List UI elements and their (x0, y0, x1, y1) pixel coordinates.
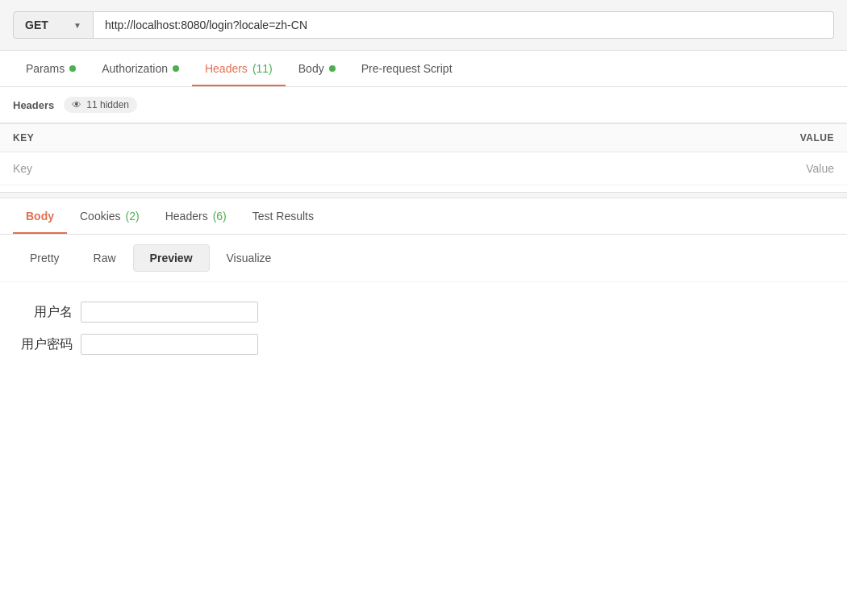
tab-authorization-label: Authorization (102, 62, 168, 75)
tab-headers-label: Headers (205, 62, 248, 75)
format-pretty-label: Pretty (30, 252, 60, 264)
tab-headers[interactable]: Headers (11) (192, 51, 286, 86)
password-label: 用户密码 (16, 336, 73, 353)
password-input[interactable] (81, 334, 258, 355)
url-input[interactable] (94, 11, 834, 39)
username-input[interactable] (81, 302, 258, 323)
hidden-count-label: 11 hidden (86, 99, 129, 110)
value-cell[interactable]: Value (720, 152, 848, 185)
headers-table: KEY VALUE Key Value (0, 123, 847, 185)
format-tabs: Pretty Raw Preview Visualize (0, 235, 847, 282)
response-headers-count: (6) (213, 210, 227, 223)
key-cell[interactable]: Key (0, 152, 720, 185)
format-visualize-label: Visualize (227, 252, 272, 264)
username-row: 用户名 (16, 302, 831, 323)
tab-authorization[interactable]: Authorization (89, 51, 192, 86)
response-tabs: Body Cookies (2) Headers (6) Test Result… (0, 198, 847, 235)
request-tabs: Params Authorization Headers (11) Body P… (0, 51, 847, 87)
section-divider (0, 192, 847, 198)
tab-test-results[interactable]: Test Results (240, 198, 327, 234)
eye-icon: 👁 (72, 99, 81, 110)
table-row: Key Value (0, 152, 847, 185)
method-label: GET (25, 19, 48, 31)
tab-pre-request-script[interactable]: Pre-request Script (348, 51, 465, 86)
value-column-header: VALUE (720, 124, 848, 152)
format-raw-label: Raw (94, 252, 116, 264)
tab-cookies-label: Cookies (80, 210, 121, 223)
url-bar: GET ▼ (0, 0, 847, 51)
preview-content: 用户名 用户密码 (0, 282, 847, 385)
method-selector[interactable]: GET ▼ (13, 11, 94, 39)
tab-response-body[interactable]: Body (13, 198, 67, 234)
tab-body[interactable]: Body (286, 51, 348, 86)
format-visualize[interactable]: Visualize (210, 244, 289, 272)
format-preview[interactable]: Preview (133, 244, 210, 272)
format-preview-label: Preview (150, 252, 193, 264)
format-pretty[interactable]: Pretty (13, 244, 77, 272)
key-column-header: KEY (0, 124, 720, 152)
username-label: 用户名 (16, 304, 73, 321)
tab-test-results-label: Test Results (252, 210, 314, 223)
tab-cookies[interactable]: Cookies (2) (67, 198, 152, 234)
authorization-dot (173, 65, 179, 72)
tab-pre-request-script-label: Pre-request Script (361, 62, 453, 75)
tab-body-label: Body (298, 62, 324, 75)
tab-params-label: Params (26, 62, 65, 75)
tab-response-body-label: Body (26, 210, 54, 223)
password-row: 用户密码 (16, 334, 831, 355)
tab-response-headers[interactable]: Headers (6) (152, 198, 240, 234)
cookies-count: (2) (126, 210, 140, 223)
body-dot (329, 65, 336, 72)
hidden-badge[interactable]: 👁 11 hidden (64, 97, 137, 113)
headers-section: Headers 👁 11 hidden (0, 87, 847, 123)
tab-params[interactable]: Params (13, 51, 89, 86)
format-raw[interactable]: Raw (77, 244, 133, 272)
headers-label: Headers (13, 99, 54, 111)
chevron-down-icon: ▼ (73, 21, 81, 30)
params-dot (69, 65, 76, 72)
headers-label-row: Headers 👁 11 hidden (13, 97, 834, 113)
headers-count: (11) (252, 62, 273, 75)
tab-response-headers-label: Headers (165, 210, 208, 223)
